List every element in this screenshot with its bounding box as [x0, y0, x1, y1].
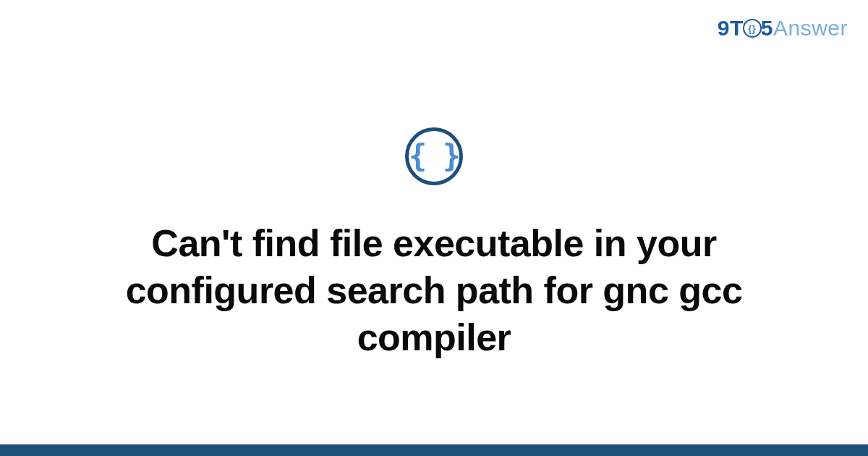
- footer-bar: [0, 444, 868, 456]
- braces-glyph: { }: [409, 141, 459, 172]
- code-braces-icon: { }: [405, 127, 463, 185]
- main-content: { } Can't find file executable in your c…: [0, 0, 868, 445]
- page-title: Can't find file executable in your confi…: [87, 220, 781, 361]
